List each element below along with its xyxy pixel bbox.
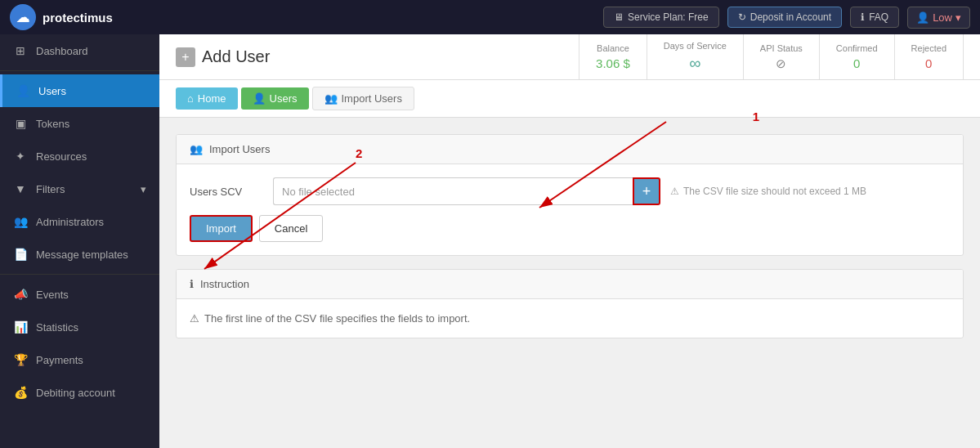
sidebar-item-users[interactable]: 👤 Users — [0, 74, 159, 107]
logo-icon: ☁ — [10, 4, 36, 30]
templates-icon: 📄 — [13, 248, 28, 261]
deposit-button[interactable]: ↻ Deposit in Account — [727, 7, 842, 28]
import-icon: 👥 — [324, 92, 338, 105]
file-hint: ⚠ The CSV file size should not exceed 1 … — [670, 186, 866, 197]
file-form-row: Users SCV No file selected + ⚠ The CSV f… — [190, 177, 950, 205]
user-icon: 👤 — [916, 11, 929, 24]
instruction-icon: ℹ — [190, 278, 194, 290]
sidebar-item-statistics[interactable]: 📊 Statistics — [0, 311, 159, 343]
refresh-icon: ↻ — [738, 11, 746, 23]
add-icon: + — [176, 47, 195, 67]
instruction-section: ℹ Instruction ⚠ The first line of the CS… — [176, 269, 964, 338]
page-title: + Add User — [176, 47, 579, 67]
sidebar-item-label: Message templates — [36, 249, 128, 261]
sidebar-item-message-templates[interactable]: 📄 Message templates — [0, 238, 159, 271]
chevron-down-icon: ▾ — [955, 11, 961, 24]
sidebar-item-dashboard[interactable]: ⊞ Dashboard — [0, 34, 159, 67]
filter-icon: ▼ — [13, 182, 28, 195]
file-choose-button[interactable]: + — [633, 177, 660, 205]
stat-balance: Balance 3.06 $ — [579, 34, 647, 79]
sidebar: ⊞ Dashboard 👤 Users ▣ Tokens ✦ Resources… — [0, 34, 159, 448]
topnav: ☁ protectimus 🖥 Service Plan: Free ↻ Dep… — [0, 0, 980, 34]
warning-icon: ⚠ — [670, 186, 679, 197]
layout: ⊞ Dashboard 👤 Users ▣ Tokens ✦ Resources… — [0, 34, 980, 448]
sidebar-item-label: Users — [38, 85, 66, 97]
monitor-icon: 🖥 — [614, 11, 624, 23]
users-icon: 👤 — [16, 84, 30, 97]
sidebar-item-label: Tokens — [36, 118, 69, 130]
payments-icon: 🏆 — [13, 353, 28, 366]
debiting-icon: 💰 — [13, 386, 28, 399]
breadcrumb-home[interactable]: ⌂ Home — [176, 87, 238, 110]
info-icon: ℹ — [861, 11, 865, 23]
service-plan-button[interactable]: 🖥 Service Plan: Free — [603, 7, 719, 28]
sidebar-item-label: Payments — [36, 354, 83, 366]
import-users-section: 👥 Import Users Users SCV No file selecte… — [176, 134, 964, 256]
stat-api-status: API Status ⊘ — [744, 34, 820, 79]
file-input-display: No file selected — [273, 177, 633, 205]
logo: ☁ protectimus — [10, 4, 113, 30]
sidebar-item-label: Debiting account — [36, 387, 115, 399]
sidebar-item-label: Administrators — [36, 216, 104, 228]
sidebar-item-label: Resources — [36, 150, 87, 163]
user-menu[interactable]: 👤 Low ▾ — [907, 7, 970, 29]
import-button[interactable]: Import — [190, 215, 253, 242]
resources-icon: ✦ — [13, 150, 28, 163]
breadcrumb-users[interactable]: 👤 Users — [241, 87, 309, 110]
faq-button[interactable]: ℹ FAQ — [850, 7, 899, 28]
sidebar-item-payments[interactable]: 🏆 Payments — [0, 343, 159, 376]
sidebar-item-label: Events — [36, 289, 69, 301]
sidebar-item-tokens[interactable]: ▣ Tokens — [0, 107, 159, 140]
instruction-warn-icon: ⚠ — [190, 312, 199, 325]
cancel-button[interactable]: Cancel — [259, 215, 323, 242]
sidebar-item-label: Statistics — [36, 321, 78, 334]
header-stats: Balance 3.06 $ Days of Service ∞ API Sta… — [579, 34, 964, 79]
instruction-body: ⚠ The first line of the CSV file specifi… — [177, 299, 963, 338]
tokens-icon: ▣ — [13, 117, 28, 130]
page-header: + Add User Balance 3.06 $ Days of Servic… — [159, 34, 980, 80]
statistics-icon: 📊 — [13, 320, 28, 334]
users-breadcrumb-icon: 👤 — [253, 92, 266, 105]
instruction-text: ⚠ The first line of the CSV file specifi… — [190, 312, 950, 325]
import-section-body: Users SCV No file selected + ⚠ The CSV f… — [177, 164, 963, 255]
sidebar-item-debiting-account[interactable]: 💰 Debiting account — [0, 376, 159, 409]
instruction-header: ℹ Instruction — [177, 270, 963, 299]
main-content: + Add User Balance 3.06 $ Days of Servic… — [159, 34, 980, 448]
breadcrumb-import-users[interactable]: 👥 Import Users — [312, 87, 414, 110]
logo-text: protectimus — [43, 11, 113, 25]
home-icon: ⌂ — [187, 92, 194, 105]
breadcrumb: ⌂ Home 👤 Users 👥 Import Users — [159, 80, 980, 118]
dashboard-icon: ⊞ — [13, 44, 28, 57]
sidebar-item-administrators[interactable]: 👥 Administrators — [0, 205, 159, 238]
stat-rejected: Rejected 0 — [895, 34, 964, 79]
import-header-icon: 👥 — [190, 143, 203, 155]
sidebar-item-events[interactable]: 📣 Events — [0, 278, 159, 311]
sidebar-item-resources[interactable]: ✦ Resources — [0, 140, 159, 172]
import-section-header: 👥 Import Users — [177, 135, 963, 164]
content-area: 1 2 👥 Import Users — [159, 118, 980, 368]
file-input-group: No file selected + — [273, 177, 660, 205]
events-icon: 📣 — [13, 288, 28, 301]
admins-icon: 👥 — [13, 215, 28, 228]
stat-days: Days of Service ∞ — [647, 34, 744, 79]
filter-chevron-icon: ▾ — [141, 183, 146, 195]
sidebar-item-label: Dashboard — [36, 45, 88, 57]
sidebar-item-label: Filters — [36, 183, 65, 195]
sidebar-item-filters[interactable]: ▼ Filters ▾ — [0, 172, 159, 205]
form-actions: Import Cancel — [190, 215, 950, 242]
stat-confirmed: Confirmed 0 — [820, 34, 895, 79]
